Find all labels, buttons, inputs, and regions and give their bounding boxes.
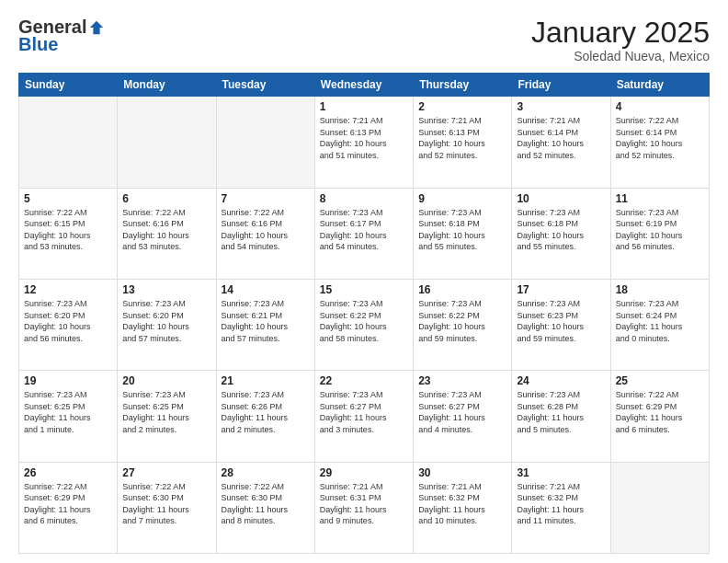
day-number: 2 <box>418 100 506 113</box>
day-number: 8 <box>320 192 408 205</box>
day-cell: 5Sunrise: 7:22 AMSunset: 6:15 PMDaylight… <box>19 188 118 279</box>
title-block: January 2025 Soledad Nueva, Mexico <box>531 17 710 63</box>
day-number: 10 <box>517 192 605 205</box>
day-number: 23 <box>418 374 506 387</box>
day-number: 13 <box>122 283 210 296</box>
day-number: 7 <box>222 192 310 205</box>
day-number: 12 <box>24 283 112 296</box>
day-cell: 23Sunrise: 7:23 AMSunset: 6:27 PMDayligh… <box>414 371 512 462</box>
week-row-2: 12Sunrise: 7:23 AMSunset: 6:20 PMDayligh… <box>19 279 710 370</box>
day-cell <box>19 97 118 188</box>
header-monday: Monday <box>118 74 216 97</box>
day-number: 20 <box>122 374 210 387</box>
weekday-header-row: Sunday Monday Tuesday Wednesday Thursday… <box>19 74 710 97</box>
day-info: Sunrise: 7:23 AMSunset: 6:18 PMDaylight:… <box>517 207 605 253</box>
week-row-1: 5Sunrise: 7:22 AMSunset: 6:15 PMDaylight… <box>19 188 710 279</box>
day-cell: 6Sunrise: 7:22 AMSunset: 6:16 PMDaylight… <box>118 188 216 279</box>
day-cell <box>118 97 216 188</box>
day-number: 16 <box>418 283 506 296</box>
header: General Blue January 2025 Soledad Nueva,… <box>18 17 710 63</box>
day-number: 9 <box>418 192 506 205</box>
day-number: 15 <box>320 283 408 296</box>
day-cell: 24Sunrise: 7:23 AMSunset: 6:28 PMDayligh… <box>512 371 610 462</box>
header-friday: Friday <box>512 74 610 97</box>
day-cell: 16Sunrise: 7:23 AMSunset: 6:22 PMDayligh… <box>414 279 512 370</box>
day-number: 5 <box>24 192 112 205</box>
svg-marker-0 <box>90 20 103 33</box>
day-number: 28 <box>222 466 310 479</box>
calendar: Sunday Monday Tuesday Wednesday Thursday… <box>18 73 710 554</box>
day-number: 18 <box>616 283 704 296</box>
day-number: 26 <box>24 466 112 479</box>
day-info: Sunrise: 7:23 AMSunset: 6:20 PMDaylight:… <box>24 298 112 344</box>
day-cell: 7Sunrise: 7:22 AMSunset: 6:16 PMDaylight… <box>216 188 314 279</box>
header-thursday: Thursday <box>414 74 512 97</box>
day-info: Sunrise: 7:22 AMSunset: 6:30 PMDaylight:… <box>222 481 310 527</box>
day-cell <box>216 97 314 188</box>
day-cell: 28Sunrise: 7:22 AMSunset: 6:30 PMDayligh… <box>216 462 314 553</box>
day-number: 4 <box>616 100 704 113</box>
day-info: Sunrise: 7:22 AMSunset: 6:30 PMDaylight:… <box>122 481 210 527</box>
day-number: 29 <box>320 466 408 479</box>
day-info: Sunrise: 7:23 AMSunset: 6:17 PMDaylight:… <box>320 207 408 253</box>
day-cell: 29Sunrise: 7:21 AMSunset: 6:31 PMDayligh… <box>314 462 413 553</box>
day-cell: 21Sunrise: 7:23 AMSunset: 6:26 PMDayligh… <box>216 371 314 462</box>
day-info: Sunrise: 7:23 AMSunset: 6:21 PMDaylight:… <box>222 298 310 344</box>
day-info: Sunrise: 7:21 AMSunset: 6:32 PMDaylight:… <box>517 481 605 527</box>
logo-icon <box>88 19 105 36</box>
day-cell: 25Sunrise: 7:22 AMSunset: 6:29 PMDayligh… <box>610 371 709 462</box>
day-info: Sunrise: 7:22 AMSunset: 6:14 PMDaylight:… <box>616 115 704 161</box>
day-cell: 22Sunrise: 7:23 AMSunset: 6:27 PMDayligh… <box>314 371 413 462</box>
subtitle: Soledad Nueva, Mexico <box>531 49 710 63</box>
day-cell: 20Sunrise: 7:23 AMSunset: 6:25 PMDayligh… <box>118 371 216 462</box>
day-cell: 15Sunrise: 7:23 AMSunset: 6:22 PMDayligh… <box>314 279 413 370</box>
week-row-3: 19Sunrise: 7:23 AMSunset: 6:25 PMDayligh… <box>19 371 710 462</box>
day-number: 17 <box>517 283 605 296</box>
day-info: Sunrise: 7:21 AMSunset: 6:13 PMDaylight:… <box>418 115 506 161</box>
day-info: Sunrise: 7:23 AMSunset: 6:27 PMDaylight:… <box>320 389 408 435</box>
day-number: 19 <box>24 374 112 387</box>
day-cell: 11Sunrise: 7:23 AMSunset: 6:19 PMDayligh… <box>610 188 709 279</box>
day-info: Sunrise: 7:22 AMSunset: 6:16 PMDaylight:… <box>122 207 210 253</box>
day-cell: 26Sunrise: 7:22 AMSunset: 6:29 PMDayligh… <box>19 462 118 553</box>
day-info: Sunrise: 7:22 AMSunset: 6:15 PMDaylight:… <box>24 207 112 253</box>
month-title: January 2025 <box>531 17 710 49</box>
day-number: 31 <box>517 466 605 479</box>
day-cell: 19Sunrise: 7:23 AMSunset: 6:25 PMDayligh… <box>19 371 118 462</box>
day-cell: 18Sunrise: 7:23 AMSunset: 6:24 PMDayligh… <box>610 279 709 370</box>
day-cell: 12Sunrise: 7:23 AMSunset: 6:20 PMDayligh… <box>19 279 118 370</box>
day-number: 24 <box>517 374 605 387</box>
day-info: Sunrise: 7:23 AMSunset: 6:18 PMDaylight:… <box>418 207 506 253</box>
day-cell: 8Sunrise: 7:23 AMSunset: 6:17 PMDaylight… <box>314 188 413 279</box>
day-info: Sunrise: 7:23 AMSunset: 6:20 PMDaylight:… <box>122 298 210 344</box>
day-info: Sunrise: 7:23 AMSunset: 6:27 PMDaylight:… <box>418 389 506 435</box>
day-number: 14 <box>222 283 310 296</box>
day-info: Sunrise: 7:23 AMSunset: 6:25 PMDaylight:… <box>122 389 210 435</box>
day-cell: 9Sunrise: 7:23 AMSunset: 6:18 PMDaylight… <box>414 188 512 279</box>
day-info: Sunrise: 7:23 AMSunset: 6:22 PMDaylight:… <box>320 298 408 344</box>
logo: General Blue <box>18 17 105 55</box>
day-info: Sunrise: 7:23 AMSunset: 6:19 PMDaylight:… <box>616 207 704 253</box>
day-number: 21 <box>222 374 310 387</box>
page: General Blue January 2025 Soledad Nueva,… <box>0 0 728 563</box>
day-info: Sunrise: 7:21 AMSunset: 6:31 PMDaylight:… <box>320 481 408 527</box>
day-info: Sunrise: 7:23 AMSunset: 6:22 PMDaylight:… <box>418 298 506 344</box>
header-saturday: Saturday <box>610 74 709 97</box>
day-info: Sunrise: 7:21 AMSunset: 6:32 PMDaylight:… <box>418 481 506 527</box>
day-cell: 30Sunrise: 7:21 AMSunset: 6:32 PMDayligh… <box>414 462 512 553</box>
header-tuesday: Tuesday <box>216 74 314 97</box>
day-cell: 3Sunrise: 7:21 AMSunset: 6:14 PMDaylight… <box>512 97 610 188</box>
day-info: Sunrise: 7:23 AMSunset: 6:23 PMDaylight:… <box>517 298 605 344</box>
day-info: Sunrise: 7:23 AMSunset: 6:25 PMDaylight:… <box>24 389 112 435</box>
week-row-4: 26Sunrise: 7:22 AMSunset: 6:29 PMDayligh… <box>19 462 710 553</box>
day-info: Sunrise: 7:21 AMSunset: 6:13 PMDaylight:… <box>320 115 408 161</box>
day-cell <box>610 462 709 553</box>
logo-blue: Blue <box>18 34 58 55</box>
day-number: 22 <box>320 374 408 387</box>
day-info: Sunrise: 7:23 AMSunset: 6:28 PMDaylight:… <box>517 389 605 435</box>
day-number: 6 <box>122 192 210 205</box>
day-number: 11 <box>616 192 704 205</box>
day-info: Sunrise: 7:23 AMSunset: 6:26 PMDaylight:… <box>222 389 310 435</box>
day-cell: 17Sunrise: 7:23 AMSunset: 6:23 PMDayligh… <box>512 279 610 370</box>
day-info: Sunrise: 7:22 AMSunset: 6:16 PMDaylight:… <box>222 207 310 253</box>
